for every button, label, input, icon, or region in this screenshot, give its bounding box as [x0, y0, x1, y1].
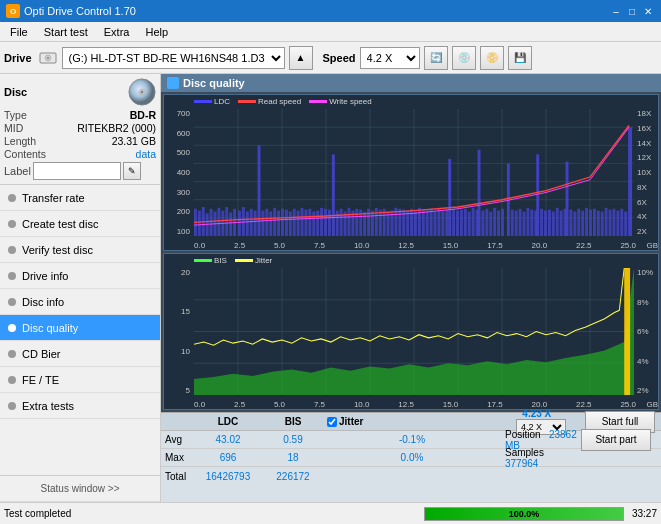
svg-rect-45 [285, 210, 288, 236]
nav-disc-info[interactable]: Disc info [0, 289, 160, 315]
svg-rect-95 [464, 209, 467, 236]
status-window-button[interactable]: Status window >> [0, 476, 160, 502]
nav-label-cd-bier: CD Bier [22, 348, 61, 360]
svg-rect-53 [316, 211, 319, 236]
svg-rect-101 [489, 212, 492, 236]
nav-extra-tests[interactable]: Extra tests [0, 393, 160, 419]
minimize-button[interactable]: – [609, 4, 623, 18]
contents-value: data [136, 148, 156, 160]
maximize-button[interactable]: □ [625, 4, 639, 18]
nav-dot [8, 194, 16, 202]
nav-fe-te[interactable]: FE / TE [0, 367, 160, 393]
action-btn-1[interactable]: 💿 [452, 46, 476, 70]
svg-rect-43 [277, 211, 280, 236]
total-bis: 226172 [263, 471, 323, 482]
svg-rect-79 [418, 208, 421, 236]
svg-rect-94 [460, 210, 463, 236]
svg-rect-33 [238, 211, 241, 236]
max-ldc: 696 [193, 452, 263, 463]
svg-rect-108 [523, 212, 526, 236]
nav-drive-info[interactable]: Drive info [0, 263, 160, 289]
chart2-y-labels: 20 15 10 5 [164, 268, 192, 395]
app-icon: O [6, 4, 20, 18]
eject-button[interactable]: ▲ [289, 46, 313, 70]
action-btn-2[interactable]: 📀 [480, 46, 504, 70]
svg-rect-89 [437, 209, 440, 236]
nav-verify-test-disc[interactable]: Verify test disc [0, 237, 160, 263]
svg-rect-131 [616, 211, 619, 236]
chart2-x-labels: 0.0 2.5 5.0 7.5 10.0 12.5 15.0 17.5 20.0… [194, 395, 636, 409]
svg-rect-115 [552, 212, 555, 236]
nav-label-create-test-disc: Create test disc [22, 218, 98, 230]
disc-section-title: Disc [4, 86, 27, 98]
close-button[interactable]: ✕ [641, 4, 655, 18]
nav-label-fe-te: FE / TE [22, 374, 59, 386]
title-bar: O Opti Drive Control 1.70 – □ ✕ [0, 0, 661, 22]
svg-rect-36 [250, 209, 253, 236]
nav-label-disc-quality: Disc quality [22, 322, 78, 334]
chart1-unit: GB [646, 241, 658, 250]
svg-rect-109 [526, 208, 529, 236]
jitter-checkbox[interactable] [327, 417, 337, 427]
svg-rect-90 [441, 211, 444, 236]
chart2-y-labels-right: 10% 8% 6% 4% 2% [636, 268, 658, 395]
svg-rect-69 [379, 210, 382, 236]
svg-rect-119 [569, 210, 572, 236]
type-label: Type [4, 109, 27, 121]
disc-panel: Disc Type BD-R MID RITEKBR2 (000) Length [0, 74, 160, 185]
save-button[interactable]: 💾 [508, 46, 532, 70]
speed-select[interactable]: 4.2 X [360, 47, 420, 69]
svg-rect-99 [481, 211, 484, 236]
menu-start-test[interactable]: Start test [38, 24, 94, 40]
toolbar: Drive (G:) HL-DT-ST BD-RE WH16NS48 1.D3 … [0, 42, 661, 74]
menu-help[interactable]: Help [139, 24, 174, 40]
nav-transfer-rate[interactable]: Transfer rate [0, 185, 160, 211]
disc-quality-header: Disc quality [161, 74, 661, 92]
mid-value: RITEKBR2 (000) [77, 122, 156, 134]
svg-rect-26 [210, 209, 213, 236]
nav-dot-active [8, 324, 16, 332]
svg-rect-46 [289, 212, 292, 236]
nav-menu: Transfer rate Create test disc Verify te… [0, 185, 160, 419]
svg-rect-48 [297, 211, 300, 236]
svg-rect-63 [355, 209, 358, 236]
chart1-y-labels: 700 600 500 400 300 200 100 [164, 109, 192, 236]
refresh-button[interactable]: 🔄 [424, 46, 448, 70]
nav-disc-quality[interactable]: Disc quality [0, 315, 160, 341]
svg-rect-110 [530, 210, 533, 236]
svg-rect-97 [472, 208, 475, 236]
svg-rect-114 [548, 210, 551, 236]
nav-dot [8, 220, 16, 228]
samples-label-row: Samples 377964 [501, 447, 581, 469]
svg-rect-77 [410, 209, 413, 236]
drive-select[interactable]: (G:) HL-DT-ST BD-RE WH16NS48 1.D3 [62, 47, 285, 69]
svg-rect-106 [515, 211, 518, 236]
svg-rect-83 [434, 212, 437, 236]
svg-rect-134 [628, 127, 632, 236]
svg-rect-80 [422, 210, 425, 236]
svg-rect-30 [225, 207, 228, 236]
start-part-button[interactable]: Start part [581, 429, 651, 451]
label-edit-button[interactable]: ✎ [123, 162, 141, 180]
mid-label: MID [4, 122, 23, 134]
nav-create-test-disc[interactable]: Create test disc [0, 211, 160, 237]
svg-rect-126 [597, 211, 600, 236]
drive-icon [38, 48, 58, 68]
max-label: Max [161, 452, 193, 463]
label-input[interactable] [33, 162, 121, 180]
svg-rect-61 [348, 208, 351, 236]
svg-point-6 [141, 91, 144, 94]
total-label: Total [161, 471, 193, 482]
svg-rect-42 [273, 208, 276, 236]
nav-dot [8, 402, 16, 410]
app-title: Opti Drive Control 1.70 [24, 5, 136, 17]
svg-rect-116 [556, 208, 559, 236]
menu-file[interactable]: File [4, 24, 34, 40]
progress-bar: 100.0% [424, 507, 624, 521]
svg-rect-107 [519, 209, 522, 236]
menu-extra[interactable]: Extra [98, 24, 136, 40]
col-header-ldc: LDC [193, 416, 263, 427]
nav-cd-bier[interactable]: CD Bier [0, 341, 160, 367]
svg-rect-117 [560, 211, 563, 236]
svg-rect-103 [497, 211, 500, 236]
